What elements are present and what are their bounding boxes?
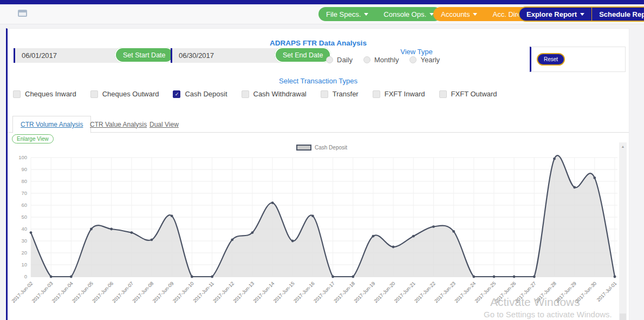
tab-ctr-volume-analysis[interactable]: CTR Volume Analysis xyxy=(12,116,91,133)
data-point-marker[interactable] xyxy=(493,276,496,278)
reset-button[interactable]: Reset xyxy=(537,53,565,66)
data-point-marker[interactable] xyxy=(151,238,153,241)
y-axis-tick-label: 70 xyxy=(21,190,27,196)
data-point-marker[interactable] xyxy=(191,276,193,278)
data-point-marker[interactable] xyxy=(513,276,516,278)
data-point-marker[interactable] xyxy=(70,276,73,278)
checkbox-label: FXFT Outward xyxy=(451,90,497,98)
checkbox-fxft-outward[interactable]: ✓FXFT Outward xyxy=(439,90,497,98)
data-point-marker[interactable] xyxy=(131,231,133,234)
data-point-marker[interactable] xyxy=(412,235,415,238)
menu-file-specs[interactable]: File Specs. xyxy=(318,10,376,18)
data-point-marker[interactable] xyxy=(372,235,375,238)
menu-accounts[interactable]: Accounts xyxy=(433,10,485,18)
checkbox-cash-deposit[interactable]: ✓Cash Deposit xyxy=(173,90,227,98)
y-axis-tick-label: 50 xyxy=(21,214,27,220)
data-point-marker[interactable] xyxy=(553,158,556,160)
data-point-marker[interactable] xyxy=(110,228,113,231)
checkbox-icon: ✓ xyxy=(90,90,98,98)
reset-panel: Reset xyxy=(530,47,626,72)
data-point-marker[interactable] xyxy=(452,230,455,233)
x-axis-tick-label: 2017-Jun-14 xyxy=(252,280,276,304)
area-fill xyxy=(31,155,615,277)
activate-windows-watermark: Activate Windows xyxy=(490,296,580,309)
y-axis-tick-label: 60 xyxy=(21,202,27,208)
enlarge-view-button[interactable]: Enlarge View xyxy=(12,134,54,143)
data-point-marker[interactable] xyxy=(271,201,274,204)
x-axis-tick-label: 2017-Jun-17 xyxy=(313,280,336,304)
radio-yearly[interactable]: Yearly xyxy=(409,56,440,64)
data-point-marker[interactable] xyxy=(211,276,213,278)
data-point-marker[interactable] xyxy=(533,276,536,278)
data-point-marker[interactable] xyxy=(291,240,294,243)
checkbox-cheques-inward[interactable]: ✓Cheques Inward xyxy=(13,90,76,98)
scrollbar-thumb[interactable] xyxy=(620,314,626,320)
data-point-marker[interactable] xyxy=(90,228,93,231)
checkbox-cheques-outward[interactable]: ✓Cheques Outward xyxy=(90,90,159,98)
x-axis-tick-label: 2017-Jun-08 xyxy=(132,280,155,304)
radio-circle-icon xyxy=(363,56,370,63)
checkbox-icon: ✓ xyxy=(13,90,21,98)
tab-dual-view[interactable]: Dual View xyxy=(142,116,186,133)
transaction-types-checkbox-row: ✓Cheques Inward✓Cheques Outward✓Cash Dep… xyxy=(13,90,497,98)
data-point-marker[interactable] xyxy=(392,246,395,249)
checkbox-label: Cash Withdrawal xyxy=(253,90,307,98)
data-point-marker[interactable] xyxy=(171,214,173,217)
checkbox-label: Cash Deposit xyxy=(185,90,227,98)
analysis-tab-bar: CTR Volume Analysis CTR Value Analysis D… xyxy=(8,116,629,133)
x-axis-tick-label: 2017-Jun-04 xyxy=(51,280,74,304)
x-axis-tick-label: 2017-Jun-20 xyxy=(373,280,396,304)
checkbox-cash-withdrawal[interactable]: ✓Cash Withdrawal xyxy=(242,90,307,98)
caret-down-icon xyxy=(364,13,368,16)
data-point-marker[interactable] xyxy=(593,177,596,179)
x-axis-tick-label: 2017-Jun-16 xyxy=(292,280,316,304)
vertical-scrollbar[interactable]: ▲ xyxy=(619,142,627,320)
chart-svg: 01020304050607080901002017-Jun-022017-Ju… xyxy=(11,153,620,310)
set-start-date-button[interactable]: Set Start Date xyxy=(115,47,174,63)
checkbox-fxft-inward[interactable]: ✓FXFT Inward xyxy=(373,90,425,98)
data-point-marker[interactable] xyxy=(331,276,334,278)
window-icon[interactable] xyxy=(18,10,27,17)
x-axis-tick-label: 2017-Jul-01 xyxy=(596,280,618,303)
checkbox-icon: ✓ xyxy=(242,90,249,98)
top-navbar: File Specs. Console Ops. Accounts Acc. D… xyxy=(0,4,644,24)
radio-monthly[interactable]: Monthly xyxy=(363,56,399,64)
data-point-marker[interactable] xyxy=(251,231,254,234)
view-type-radio-group: Daily Monthly Yearly xyxy=(326,56,440,64)
data-point-marker[interactable] xyxy=(311,214,314,217)
caret-down-icon xyxy=(473,13,477,16)
y-axis-tick-label: 90 xyxy=(21,166,27,172)
x-axis-tick-label: 2017-Jun-23 xyxy=(433,280,457,304)
data-point-marker[interactable] xyxy=(472,276,475,278)
data-point-marker[interactable] xyxy=(432,225,435,228)
set-end-date-button[interactable]: Set End Date xyxy=(275,47,331,63)
x-axis-tick-label: 2017-Jun-12 xyxy=(212,280,235,304)
x-axis-tick-label: 2017-Jun-13 xyxy=(232,280,255,304)
x-axis-tick-label: 2017-Jun-10 xyxy=(172,280,195,304)
y-axis-tick-label: 0 xyxy=(24,273,27,279)
reports-menu-group: Explore Report Schedule Reports xyxy=(518,6,644,22)
scroll-up-arrow-icon[interactable]: ▲ xyxy=(619,145,627,148)
data-point-marker[interactable] xyxy=(30,231,32,234)
checkbox-icon: ✓ xyxy=(373,90,380,98)
caret-down-icon xyxy=(580,13,584,16)
data-point-marker[interactable] xyxy=(352,276,354,278)
data-point-marker[interactable] xyxy=(573,186,576,189)
chart-legend[interactable]: Cash Deposit xyxy=(8,145,636,151)
data-point-marker[interactable] xyxy=(231,238,233,241)
legend-label: Cash Deposit xyxy=(315,145,347,151)
menu-console-ops[interactable]: Console Ops. xyxy=(376,10,441,18)
x-axis-tick-label: 2017-Jun-07 xyxy=(111,280,134,304)
checkbox-icon: ✓ xyxy=(439,90,447,98)
x-axis-tick-label: 2017-Jun-09 xyxy=(152,280,175,304)
checkbox-transfer[interactable]: ✓Transfer xyxy=(321,90,359,98)
menu-explore-report[interactable]: Explore Report xyxy=(519,10,591,18)
checkbox-icon: ✓ xyxy=(321,90,328,98)
checkbox-label: Cheques Outward xyxy=(102,90,159,98)
checked-checkbox-icon: ✓ xyxy=(173,90,180,98)
menu-schedule-reports[interactable]: Schedule Reports xyxy=(592,10,644,18)
data-point-marker[interactable] xyxy=(614,276,616,278)
radio-daily[interactable]: Daily xyxy=(326,56,353,64)
radio-circle-icon xyxy=(326,56,333,63)
data-point-marker[interactable] xyxy=(50,276,53,278)
